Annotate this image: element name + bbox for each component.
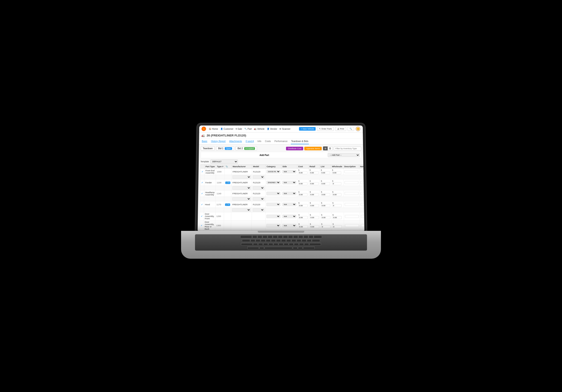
nav-part-label: Part xyxy=(247,128,252,130)
row-side[interactable]: N/A xyxy=(281,212,297,220)
row-wholesale: $ xyxy=(331,212,344,220)
row-category[interactable] xyxy=(265,212,281,220)
model-select-cell[interactable] xyxy=(252,208,265,212)
row-description[interactable] xyxy=(343,168,359,175)
row-description[interactable] xyxy=(344,212,360,220)
enter-parts-button[interactable]: ✎ Enter Parts xyxy=(317,127,334,131)
template-select[interactable]: DEFAULT xyxy=(210,159,238,164)
tabs-row: Basic History Report Attachments Q and A… xyxy=(199,139,363,145)
model-select-cell[interactable] xyxy=(252,186,266,190)
nav-vendor[interactable]: 👤 Vendor xyxy=(267,128,277,130)
toolbar-right: Distribute Cost Appraise Items ⊞ ☰ xyxy=(286,146,362,150)
row-manufacturer xyxy=(231,212,252,220)
grid-view-button[interactable]: ⊞ xyxy=(323,146,328,150)
nav-items: 🏠 Home 👤 Customer $ Sale 🔧 xyxy=(209,128,296,130)
row-type-num: 1100 xyxy=(216,179,224,186)
vehicle-title: 26 (FREIGHTLINER FLD120) xyxy=(207,134,246,137)
nav-scanner-label: Scanner xyxy=(282,128,291,130)
col-category: Category xyxy=(266,165,281,168)
nav-home[interactable]: 🏠 Home xyxy=(209,128,218,130)
col-notes: Notes xyxy=(359,165,364,168)
col-wholesale: Wholesale xyxy=(331,165,343,168)
row-category[interactable] xyxy=(265,190,281,197)
row-description[interactable] xyxy=(344,220,360,231)
customer-icon: 👤 xyxy=(220,128,223,130)
nav-vehicle[interactable]: 🚛 Vehicle xyxy=(254,128,265,130)
row-retail: $ xyxy=(309,212,320,220)
row-category[interactable] xyxy=(265,201,281,208)
row-description[interactable] xyxy=(344,201,360,208)
teardown-tab[interactable]: Teardown xyxy=(201,146,215,150)
row-notes[interactable] xyxy=(359,168,364,175)
model-select-cell[interactable] xyxy=(252,175,265,179)
row-check: ✓ xyxy=(200,168,204,175)
manufacturer-select-cell[interactable] xyxy=(232,175,252,179)
manufacturer-select-cell[interactable] xyxy=(231,208,252,212)
filter-input[interactable] xyxy=(334,146,361,150)
row-attachment xyxy=(224,168,232,175)
bid1-tab[interactable]: Bid 1 Open xyxy=(216,146,234,150)
row-side[interactable]: N/A xyxy=(281,220,297,231)
print-button[interactable]: 🖨 Print xyxy=(335,127,346,131)
tab-qanda[interactable]: Q and A xyxy=(245,139,255,144)
row-notes[interactable] xyxy=(360,190,364,197)
row-part-type: Hood xyxy=(204,201,215,208)
bid-toolbar: Teardown Bid 1 Open Bid 2 Accepted Distr… xyxy=(201,146,362,150)
content-area: Teardown Bid 1 Open Bid 2 Accepted Distr… xyxy=(198,145,364,232)
col-attachment: 📎 xyxy=(224,165,232,168)
row-check: ✓ xyxy=(200,201,204,208)
row-notes[interactable] xyxy=(359,179,364,186)
row-notes[interactable] xyxy=(360,220,364,231)
tab-performance[interactable]: Performance xyxy=(274,139,288,144)
row-check: ✓ xyxy=(200,190,204,197)
model-select-cell[interactable] xyxy=(252,197,266,201)
new-vehicle-button[interactable]: + New Vehicle xyxy=(299,127,316,131)
row-side[interactable]: N/A xyxy=(281,201,297,208)
laptop-keyboard xyxy=(195,234,367,251)
row-category[interactable]: ENGINE CORE xyxy=(265,179,281,186)
row-cost: $ xyxy=(297,179,309,186)
part-icon: 🔧 xyxy=(244,128,247,130)
row-category[interactable]: GOOD RUNNER xyxy=(266,168,281,175)
bid2-tab[interactable]: Bid 2 Accepted xyxy=(235,146,257,150)
nav-part[interactable]: 🔧 Part xyxy=(244,128,252,130)
row-category[interactable] xyxy=(265,220,281,231)
distribute-cost-button[interactable]: Distribute Cost xyxy=(286,146,303,150)
row-attachment: 🔗5 xyxy=(224,201,232,208)
row-notes[interactable] xyxy=(360,212,364,220)
scanner-icon: ⊞ xyxy=(280,128,281,130)
avatar: 😊 xyxy=(355,126,361,131)
row-list: $ xyxy=(320,190,331,197)
home-icon: 🏠 xyxy=(209,128,211,130)
add-part-select[interactable]: -- Add Part -- xyxy=(328,153,360,157)
row-attachment: 🔗6 xyxy=(224,179,232,186)
manufacturer-select-cell[interactable] xyxy=(232,186,252,190)
row-check: ✓ xyxy=(200,179,204,186)
nav-scanner[interactable]: ⊞ Scanner xyxy=(280,128,291,130)
tab-info[interactable]: Info xyxy=(257,139,262,144)
row-side[interactable]: N/A xyxy=(281,190,297,197)
tab-teardown[interactable]: Teardown & Bids xyxy=(291,139,309,144)
search-button[interactable]: 🔍 xyxy=(348,127,354,131)
nav-customer[interactable]: 👤 Customer xyxy=(220,128,233,130)
col-check xyxy=(200,165,205,168)
row-manufacturer xyxy=(231,220,252,231)
tab-history[interactable]: History Report xyxy=(211,139,226,144)
row-description[interactable] xyxy=(343,190,360,197)
row-cost: $ xyxy=(297,212,309,220)
row-side[interactable]: N/A xyxy=(281,168,297,175)
list-view-button[interactable]: ☰ xyxy=(328,146,333,150)
row-notes[interactable] xyxy=(360,201,364,208)
tab-basic[interactable]: Basic xyxy=(201,139,208,144)
tab-attachments[interactable]: Attachments xyxy=(229,139,242,144)
row-description[interactable] xyxy=(343,179,360,186)
tab-costs[interactable]: Costs xyxy=(265,139,271,144)
table-row: ✓ Door Assembly, Rear or Back 1300 N/A $… xyxy=(200,220,364,231)
row-list: $ xyxy=(320,201,331,208)
template-label: Template xyxy=(200,160,209,163)
row-side[interactable]: N/A xyxy=(281,179,297,186)
appraise-items-button[interactable]: Appraise Items xyxy=(304,146,322,150)
row-retail: $ xyxy=(309,190,320,197)
manufacturer-select-cell[interactable] xyxy=(231,197,252,201)
nav-sale[interactable]: $ Sale xyxy=(236,128,242,130)
